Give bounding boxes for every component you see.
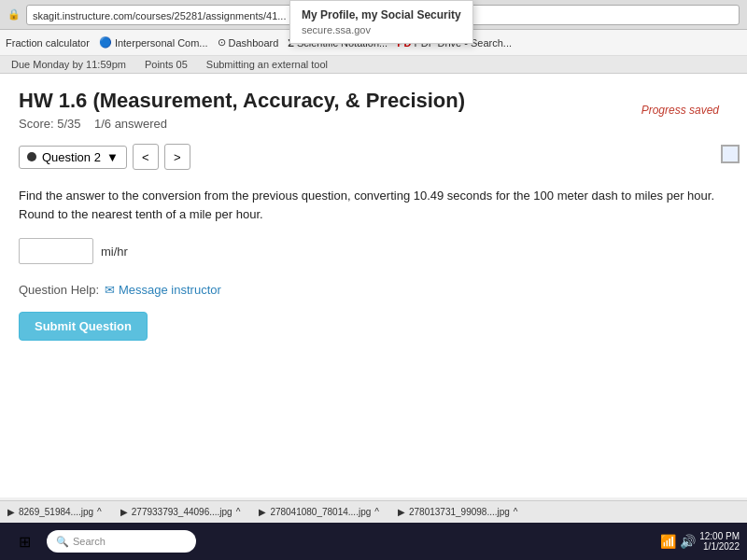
- envelope-icon: ✉: [105, 283, 115, 297]
- points-text: Points 05: [145, 59, 188, 70]
- next-question-button[interactable]: >: [164, 144, 190, 170]
- tooltip-popup: My Profile, my Social Security secure.ss…: [289, 0, 473, 44]
- question-selector[interactable]: Question 2 ▼: [19, 146, 127, 169]
- message-instructor-link[interactable]: ✉ Message instructor: [105, 283, 221, 297]
- question-nav: Question 2 ▼ < >: [19, 144, 728, 170]
- due-banner: Due Monday by 11:59pm Points 05 Submitti…: [0, 56, 747, 74]
- question-text: Find the answer to the conversion from t…: [19, 187, 728, 223]
- download-icon-1: ▶: [120, 507, 128, 517]
- wifi-icon: 📶: [660, 534, 676, 549]
- taskbar: ⊞ 🔍 Search 📶 🔊 12:00 PM 1/1/2022: [0, 523, 747, 560]
- submit-question-button[interactable]: Submit Question: [19, 312, 148, 341]
- bookmark-interpersonal[interactable]: 🔵 Interpersonal Com...: [99, 36, 208, 49]
- page-content: HW 1.6 (Measurement, Accuracy, & Precisi…: [0, 74, 747, 497]
- download-icon-3: ▶: [398, 507, 405, 517]
- submitting-text: Submitting an external tool: [206, 59, 328, 70]
- answer-row: mi/hr: [19, 238, 728, 264]
- progress-saved: Progress saved: [641, 104, 719, 117]
- time-display: 12:00 PM 1/1/2022: [699, 531, 740, 552]
- question-dot: [27, 152, 36, 161]
- score-line: Score: 5/35 1/6 answered: [19, 117, 728, 131]
- question-number: Question 2: [42, 150, 101, 164]
- download-item-1[interactable]: ▶ 277933793_44096....jpg ^: [120, 507, 241, 517]
- tooltip-url: secure.ssa.gov: [302, 24, 461, 35]
- bookmark-fraction-calculator[interactable]: Fraction calculator: [6, 37, 90, 49]
- search-icon: 🔍: [56, 536, 69, 548]
- download-icon-0: ▶: [7, 507, 15, 517]
- chevron-down-icon: ▼: [106, 150, 119, 164]
- downloads-bar: ▶ 8269_51984....jpg ^ ▶ 277933793_44096.…: [0, 500, 747, 523]
- windows-icon: ⊞: [19, 533, 31, 551]
- download-item-2[interactable]: ▶ 278041080_78014....jpg ^: [259, 507, 379, 517]
- download-icon-2: ▶: [259, 507, 266, 517]
- assignment-title: HW 1.6 (Measurement, Accuracy, & Precisi…: [19, 89, 728, 113]
- question-checkbox[interactable]: [721, 145, 740, 163]
- search-placeholder: Search: [73, 536, 106, 547]
- prev-question-button[interactable]: <: [133, 144, 159, 170]
- question-help: Question Help: ✉ Message instructor: [19, 283, 728, 297]
- question-help-label: Question Help:: [19, 283, 99, 297]
- taskbar-right: 📶 🔊 12:00 PM 1/1/2022: [660, 531, 740, 552]
- tooltip-title: My Profile, my Social Security: [302, 8, 461, 21]
- volume-icon: 🔊: [680, 534, 696, 549]
- answer-input[interactable]: [19, 238, 93, 264]
- taskbar-search[interactable]: 🔍 Search: [47, 530, 196, 553]
- bookmark-dashboard[interactable]: ⊙ Dashboard: [218, 36, 279, 49]
- download-item-0[interactable]: ▶ 8269_51984....jpg ^: [7, 507, 102, 517]
- unit-label: mi/hr: [101, 245, 128, 259]
- due-text: Due Monday by 11:59pm: [11, 59, 126, 70]
- download-item-3[interactable]: ▶ 278013731_99098....jpg ^: [398, 507, 518, 517]
- windows-start-button[interactable]: ⊞: [7, 526, 41, 556]
- lock-icon: 🔒: [7, 8, 21, 21]
